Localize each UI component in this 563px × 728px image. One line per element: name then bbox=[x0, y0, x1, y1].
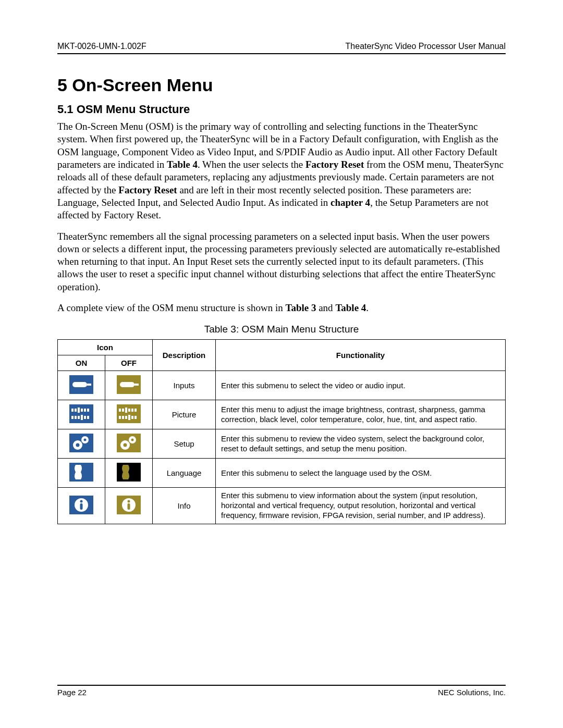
svg-rect-14 bbox=[75, 416, 77, 419]
page-footer: Page 22 NEC Solutions, Inc. bbox=[57, 685, 506, 697]
table-row: Info Enter this submenu to view informat… bbox=[58, 488, 506, 524]
th-off: OFF bbox=[105, 355, 153, 371]
svg-rect-18 bbox=[87, 416, 89, 419]
row-desc: Inputs bbox=[153, 371, 216, 400]
svg-rect-9 bbox=[78, 408, 80, 413]
svg-rect-13 bbox=[71, 416, 74, 419]
row-func: Enter this submenu to review the video s… bbox=[216, 429, 506, 459]
document-page: MKT-0026-UMN-1.002F TheaterSync Video Pr… bbox=[0, 0, 563, 728]
svg-point-36 bbox=[84, 439, 87, 441]
inputs-icon-on bbox=[68, 374, 94, 395]
info-icon-on bbox=[68, 495, 94, 515]
row-func: Enter this submenu to select the video o… bbox=[216, 371, 506, 400]
svg-rect-51 bbox=[128, 503, 130, 510]
row-func: Enter this submenu to select the languag… bbox=[216, 459, 506, 488]
info-icon-off bbox=[116, 495, 142, 515]
header-doc-title: TheaterSync Video Processor User Manual bbox=[346, 42, 506, 51]
paragraph-1: The On-Screen Menu (OSM) is the primary … bbox=[57, 120, 506, 222]
svg-rect-25 bbox=[134, 409, 137, 412]
svg-rect-8 bbox=[75, 409, 77, 412]
osm-main-menu-table: Icon Description Functionality ON OFF In… bbox=[57, 339, 506, 524]
header-doc-id: MKT-0026-UMN-1.002F bbox=[57, 42, 146, 51]
row-desc: Setup bbox=[153, 429, 216, 459]
section-heading: 5.1 OSM Menu Structure bbox=[57, 103, 506, 116]
svg-rect-42 bbox=[69, 463, 93, 482]
language-icon-off bbox=[116, 462, 142, 483]
chapter-heading: 5 On-Screen Menu bbox=[57, 75, 506, 95]
table-row: Picture Enter this menu to adjust the im… bbox=[58, 400, 506, 429]
row-desc: Picture bbox=[153, 400, 216, 429]
svg-rect-2 bbox=[87, 384, 91, 386]
svg-rect-26 bbox=[119, 416, 121, 419]
row-desc: Language bbox=[153, 459, 216, 488]
row-func: Enter this menu to adjust the image brig… bbox=[216, 400, 506, 429]
svg-point-50 bbox=[128, 500, 130, 503]
svg-rect-16 bbox=[81, 415, 83, 420]
svg-rect-29 bbox=[128, 415, 130, 420]
svg-rect-30 bbox=[131, 416, 133, 419]
svg-rect-7 bbox=[71, 409, 74, 412]
svg-rect-11 bbox=[84, 409, 86, 412]
paragraph-3: A complete view of the OSM menu structur… bbox=[57, 302, 506, 314]
table-row: Setup Enter this submenu to review the v… bbox=[58, 429, 506, 459]
inputs-icon-off bbox=[116, 374, 142, 395]
th-functionality: Functionality bbox=[216, 340, 506, 371]
svg-rect-5 bbox=[134, 384, 139, 386]
row-func: Enter this submenu to view information a… bbox=[216, 488, 506, 524]
svg-rect-28 bbox=[125, 416, 127, 419]
svg-rect-20 bbox=[119, 409, 121, 412]
svg-rect-22 bbox=[125, 408, 127, 413]
table-caption: Table 3: OSM Main Menu Structure bbox=[57, 324, 506, 335]
language-icon-on bbox=[68, 462, 94, 483]
th-on: ON bbox=[58, 355, 105, 371]
svg-point-40 bbox=[124, 443, 127, 447]
table-row: Language Enter this submenu to select th… bbox=[58, 459, 506, 488]
row-desc: Info bbox=[153, 488, 216, 524]
svg-rect-47 bbox=[80, 503, 83, 510]
svg-point-35 bbox=[76, 443, 80, 447]
setup-icon-off bbox=[116, 433, 142, 453]
page-header: MKT-0026-UMN-1.002F TheaterSync Video Pr… bbox=[57, 42, 506, 54]
svg-rect-12 bbox=[87, 409, 89, 412]
svg-rect-15 bbox=[78, 416, 80, 419]
paragraph-2: TheaterSync remembers all the signal pro… bbox=[57, 230, 506, 294]
th-icon: Icon bbox=[58, 340, 153, 355]
svg-point-41 bbox=[131, 439, 134, 441]
picture-icon-on bbox=[68, 403, 94, 424]
svg-rect-4 bbox=[120, 382, 134, 387]
svg-rect-43 bbox=[117, 463, 141, 482]
svg-rect-24 bbox=[131, 409, 133, 412]
svg-rect-21 bbox=[122, 409, 124, 412]
footer-company: NEC Solutions, Inc. bbox=[438, 688, 506, 697]
svg-rect-17 bbox=[84, 416, 86, 419]
th-description: Description bbox=[153, 340, 216, 371]
footer-page-number: Page 22 bbox=[57, 688, 87, 697]
svg-rect-31 bbox=[134, 416, 137, 419]
svg-rect-1 bbox=[72, 382, 87, 387]
setup-icon-on bbox=[68, 433, 94, 453]
picture-icon-off bbox=[116, 403, 142, 424]
svg-rect-19 bbox=[117, 404, 141, 423]
svg-point-46 bbox=[80, 500, 83, 503]
svg-rect-23 bbox=[128, 409, 130, 412]
table-row: Inputs Enter this submenu to select the … bbox=[58, 371, 506, 400]
svg-rect-27 bbox=[122, 416, 124, 419]
svg-rect-6 bbox=[69, 404, 93, 423]
svg-rect-10 bbox=[81, 409, 83, 412]
